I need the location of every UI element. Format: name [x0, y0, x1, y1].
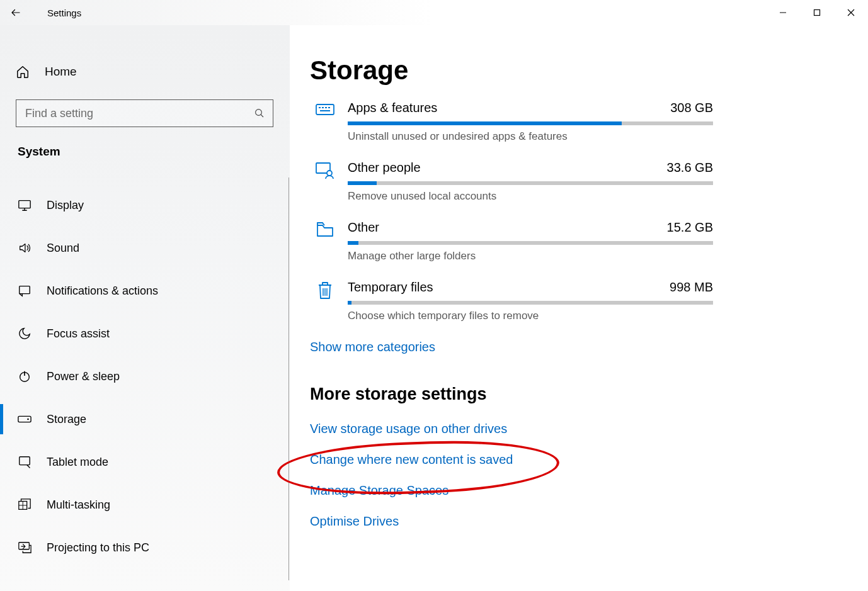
svg-rect-15	[328, 107, 330, 108]
power-icon	[18, 369, 35, 383]
svg-rect-7	[20, 457, 30, 465]
close-button[interactable]	[834, 0, 868, 25]
page-title: Storage	[310, 55, 855, 86]
category-name: Other people	[348, 160, 421, 175]
svg-point-18	[327, 171, 332, 176]
show-more-categories-link[interactable]: Show more categories	[310, 340, 435, 354]
minimize-icon	[779, 9, 787, 16]
svg-rect-12	[319, 107, 321, 108]
notifications-icon	[18, 284, 35, 298]
trash-icon	[310, 280, 340, 300]
maximize-icon	[813, 9, 821, 16]
sidebar-item-power-sleep[interactable]: Power & sleep	[0, 355, 288, 398]
svg-rect-13	[322, 107, 324, 108]
link-manage-storage-spaces[interactable]: Manage Storage Spaces	[310, 483, 855, 498]
usage-bar	[348, 181, 713, 185]
home-nav[interactable]: Home	[0, 57, 289, 87]
category-size: 308 GB	[670, 101, 713, 115]
search-icon	[254, 108, 265, 119]
back-button[interactable]	[0, 0, 31, 25]
home-label: Home	[45, 65, 77, 79]
sidebar-item-label: Sound	[47, 242, 79, 255]
minimize-button[interactable]	[766, 0, 800, 25]
category-size: 998 MB	[670, 280, 713, 295]
apps-icon	[310, 101, 340, 117]
svg-rect-2	[19, 201, 30, 208]
storage-category-other[interactable]: Other 15.2 GB Manage other large folders	[310, 220, 713, 262]
sidebar: Home System Display Sound	[0, 25, 290, 591]
sidebar-item-projecting[interactable]: Projecting to this PC	[0, 526, 288, 569]
sidebar-item-multitasking[interactable]: Multi-tasking	[0, 483, 288, 526]
category-name: Temporary files	[348, 280, 433, 295]
sidebar-item-label: Storage	[47, 413, 86, 426]
more-storage-links: View storage usage on other drives Chang…	[310, 422, 855, 529]
titlebar: Settings	[0, 0, 868, 25]
svg-point-8	[30, 468, 30, 468]
link-view-other-drives[interactable]: View storage usage on other drives	[310, 422, 855, 436]
storage-category-apps[interactable]: Apps & features 308 GB Uninstall unused …	[310, 101, 713, 143]
link-change-save-location[interactable]: Change where new content is saved	[310, 453, 855, 467]
category-name: Other	[348, 220, 379, 235]
sidebar-item-label: Tablet mode	[47, 456, 108, 469]
moon-icon	[18, 327, 35, 341]
main-panel: Storage Apps & features 308 GB Uninstall…	[290, 25, 868, 591]
close-icon	[847, 9, 855, 16]
storage-icon	[18, 415, 35, 424]
tablet-icon	[18, 455, 35, 469]
link-optimise-drives[interactable]: Optimise Drives	[310, 514, 855, 529]
category-size: 15.2 GB	[667, 220, 713, 235]
usage-bar	[348, 241, 713, 245]
svg-rect-14	[325, 107, 327, 108]
sound-icon	[18, 241, 35, 255]
sidebar-item-label: Power & sleep	[47, 370, 120, 383]
svg-rect-0	[814, 10, 820, 16]
people-icon	[310, 160, 340, 179]
projecting-icon	[18, 541, 35, 554]
svg-rect-11	[316, 104, 334, 115]
svg-rect-10	[19, 543, 30, 549]
arrow-left-icon	[10, 7, 21, 18]
sidebar-item-tablet-mode[interactable]: Tablet mode	[0, 441, 288, 483]
sidebar-item-label: Multi-tasking	[47, 498, 110, 512]
svg-rect-3	[20, 286, 30, 294]
more-storage-heading: More storage settings	[310, 385, 855, 404]
category-desc: Manage other large folders	[348, 250, 713, 262]
storage-category-temp[interactable]: Temporary files 998 MB Choose which temp…	[310, 280, 713, 322]
sidebar-item-focus-assist[interactable]: Focus assist	[0, 312, 288, 355]
search-input[interactable]	[25, 107, 254, 120]
window-title: Settings	[47, 8, 81, 18]
sidebar-group-label: System	[0, 145, 289, 159]
usage-bar	[348, 121, 713, 125]
category-name: Apps & features	[348, 101, 437, 115]
sidebar-item-label: Display	[47, 199, 84, 212]
usage-bar	[348, 301, 713, 305]
home-icon	[16, 65, 33, 79]
category-desc: Choose which temporary files to remove	[348, 310, 713, 322]
folder-icon	[310, 220, 340, 238]
svg-rect-5	[18, 416, 31, 422]
svg-point-1	[256, 110, 262, 116]
sidebar-item-label: Notifications & actions	[47, 284, 158, 298]
sidebar-item-storage[interactable]: Storage	[0, 398, 288, 441]
sidebar-item-display[interactable]: Display	[0, 184, 288, 227]
display-icon	[18, 198, 35, 212]
sidebar-item-label: Focus assist	[47, 327, 110, 341]
multitasking-icon	[18, 498, 35, 512]
sidebar-item-label: Projecting to this PC	[47, 541, 149, 554]
svg-rect-16	[320, 110, 330, 111]
maximize-button[interactable]	[800, 0, 834, 25]
category-desc: Remove unused local accounts	[348, 190, 713, 203]
storage-category-other-people[interactable]: Other people 33.6 GB Remove unused local…	[310, 160, 713, 203]
sidebar-nav: Display Sound Notifications & actions Fo…	[0, 177, 289, 580]
sidebar-item-sound[interactable]: Sound	[0, 227, 288, 269]
search-box[interactable]	[16, 99, 273, 127]
svg-point-6	[27, 419, 29, 420]
category-desc: Uninstall unused or undesired apps & fea…	[348, 130, 713, 143]
category-size: 33.6 GB	[667, 160, 713, 175]
window-controls	[766, 0, 868, 25]
sidebar-item-notifications[interactable]: Notifications & actions	[0, 269, 288, 312]
